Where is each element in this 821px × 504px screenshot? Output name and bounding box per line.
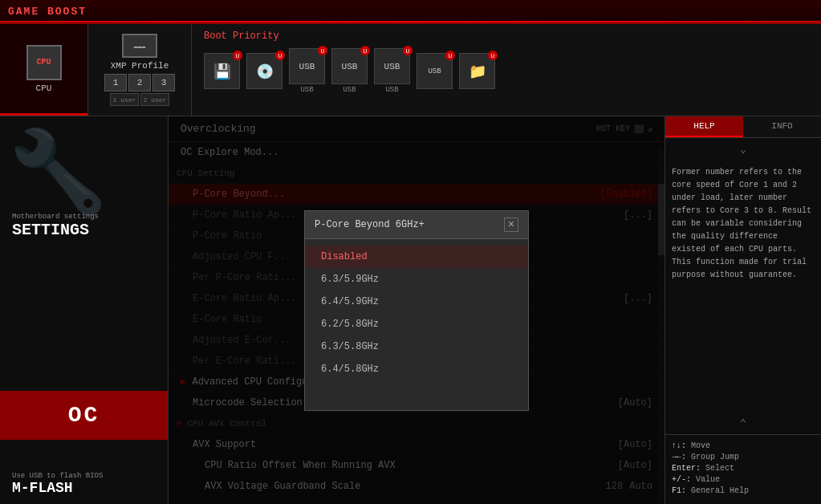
boot-device-usb3[interactable]: USB U USB [374, 48, 410, 94]
user-2: 2 user [140, 93, 169, 106]
tab-nums: 1 2 3 [104, 74, 175, 91]
sidebar-bg-icon: 🔧 [8, 124, 108, 223]
boot-device-hdd[interactable]: 💾 U [204, 53, 240, 89]
num-3[interactable]: 3 [152, 74, 175, 91]
cpu-icon [26, 45, 62, 80]
right-panel: HELP INFO ⌄ Former number refers to the … [665, 116, 821, 504]
xmp-tab-label: XMP Profile [111, 61, 169, 71]
modal-option-64-58[interactable]: 6.4/5.8GHz [305, 358, 528, 380]
settings-title: SETTINGS [12, 221, 99, 239]
settings-label: Motherboard settings SETTINGS [12, 213, 99, 239]
modal-close-button[interactable]: × [504, 217, 518, 232]
tab-area: CPU XMP Profile 1 2 3 1 user 2 user Boot… [0, 24, 821, 116]
boot-priority-label: Boot Priority [204, 30, 809, 42]
boot-device-cd[interactable]: 💿 U [246, 53, 282, 89]
modal-option-62-58[interactable]: 6.2/5.8GHz [305, 313, 528, 335]
top-bar: GAME BOOST [0, 0, 821, 24]
num-2[interactable]: 2 [128, 74, 151, 91]
boot-device-usb4[interactable]: USB U [417, 53, 453, 89]
badge-u2: U [275, 51, 285, 60]
key-guide-f1: F1: General Help [672, 486, 815, 495]
key-guide: ↑↓: Move →←: Group Jump Enter: Select +/… [665, 434, 821, 504]
mflash-area[interactable]: Use USB to flash BIOS M-FLASH [12, 472, 103, 496]
cpu-tab-label: CPU [36, 83, 52, 93]
key-f1: F1: [672, 486, 691, 495]
usb2-label: USB [343, 86, 356, 94]
xmp-icon [122, 34, 157, 58]
settings-subtitle: Motherboard settings [12, 213, 99, 221]
badge-u7: U [488, 51, 498, 60]
mflash-label: M-FLASH [12, 480, 103, 496]
tab-help[interactable]: HELP [665, 116, 743, 137]
boot-device-usb1[interactable]: USB U USB [289, 48, 325, 94]
usb1-label: USB [300, 86, 313, 94]
usb3-label: USB [385, 86, 398, 94]
modal-body: Disabled 6.3/5.9GHz 6.4/5.9GHz 6.2/5.8GH… [305, 239, 528, 387]
tab-xmp[interactable]: XMP Profile 1 2 3 1 user 2 user [88, 24, 192, 116]
usb-flash-label: Use USB to flash BIOS [12, 472, 103, 480]
modal-overlay: P-Core Beyond 6GHz+ × Disabled 6.3/5.9GH… [169, 116, 665, 504]
tab-cpu[interactable]: CPU [0, 24, 88, 116]
badge-u4: U [360, 46, 370, 55]
panel-arrow-up: ⌃ [665, 413, 821, 434]
user-1: 1 user [110, 93, 139, 106]
modal-option-63-59[interactable]: 6.3/5.9GHz [305, 268, 528, 291]
key-move: ↑↓: [672, 441, 691, 450]
center-content: Overclocking HOT KEY ⬛ ↺ OC Explore Mod.… [169, 116, 665, 504]
badge-u3: U [318, 46, 327, 55]
key-guide-value: +/-: Value [672, 475, 815, 484]
boot-priority-section: Boot Priority 💾 U 💿 U USB U USB USB U US… [192, 24, 821, 116]
modal-option-64-59[interactable]: 6.4/5.9GHz [305, 291, 528, 313]
modal-title: P-Core Beyond 6GHz+ [315, 219, 425, 230]
sidebar: 🔧 Motherboard settings SETTINGS OC Use U… [0, 116, 169, 504]
modal-header: P-Core Beyond 6GHz+ × [305, 211, 528, 239]
badge-u6: U [445, 51, 455, 60]
modal-option-disabled[interactable]: Disabled [305, 246, 528, 268]
modal-dialog: P-Core Beyond 6GHz+ × Disabled 6.3/5.9GH… [304, 210, 529, 411]
key-guide-move: ↑↓: Move [672, 441, 815, 450]
num-1[interactable]: 1 [104, 74, 127, 91]
key-group: →←: [672, 453, 691, 461]
oc-block[interactable]: OC [0, 391, 168, 440]
key-value: +/-: [672, 475, 696, 484]
key-guide-group: →←: Group Jump [672, 453, 815, 461]
badge-u5: U [403, 46, 413, 55]
key-enter: Enter: [672, 464, 705, 473]
panel-arrow-down: ⌄ [665, 138, 821, 160]
modal-option-63-58[interactable]: 6.3/5.8GHz [305, 335, 528, 358]
help-info-tabs: HELP INFO [665, 116, 821, 138]
boot-device-file[interactable]: 📁 U [459, 53, 495, 89]
oc-label: OC [68, 403, 100, 428]
badge-u: U [233, 51, 242, 60]
help-text: Former number refers to the core speed o… [665, 160, 821, 413]
red-line-divider [0, 21, 821, 22]
key-guide-enter: Enter: Select [672, 464, 815, 473]
boot-device-usb2[interactable]: USB U USB [331, 48, 368, 94]
tab-sub: 1 user 2 user [110, 93, 169, 106]
boot-devices: 💾 U 💿 U USB U USB USB U USB USB U USB [204, 48, 809, 94]
tab-info[interactable]: INFO [743, 116, 821, 137]
main-area: 🔧 Motherboard settings SETTINGS OC Use U… [0, 116, 821, 504]
game-boost-title: GAME BOOST [8, 6, 87, 18]
